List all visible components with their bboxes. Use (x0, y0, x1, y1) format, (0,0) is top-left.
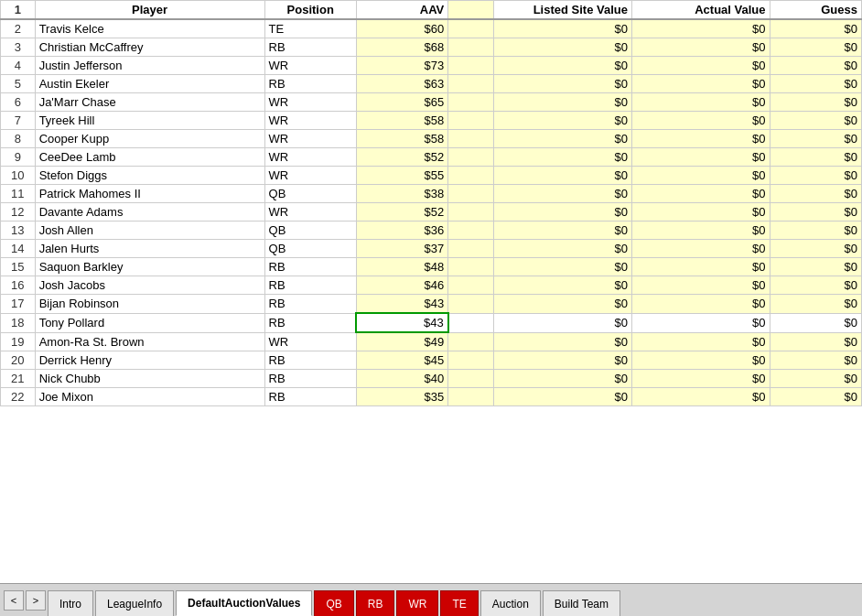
row-listed[interactable]: $0 (494, 332, 632, 351)
tab-leagueinfo[interactable]: LeagueInfo (95, 590, 174, 616)
row-aav[interactable]: $65 (356, 93, 447, 112)
table-row[interactable]: 3Christian McCaffreyRB$68$0$0$0 (1, 38, 862, 57)
row-aav[interactable]: $38 (356, 185, 447, 203)
table-row[interactable]: 13Josh AllenQB$36$0$0$0 (1, 222, 862, 240)
row-aav[interactable]: $52 (356, 203, 447, 222)
row-listed[interactable]: $0 (494, 19, 632, 38)
row-actual[interactable]: $0 (631, 19, 770, 38)
table-row[interactable]: 4Justin JeffersonWR$73$0$0$0 (1, 57, 862, 75)
row-listed[interactable]: $0 (494, 93, 632, 112)
table-row[interactable]: 19Amon-Ra St. BrownWR$49$0$0$0 (1, 332, 862, 351)
row-actual[interactable]: $0 (631, 276, 770, 295)
row-aav[interactable]: $58 (356, 112, 447, 130)
row-actual[interactable]: $0 (631, 203, 770, 222)
row-listed[interactable]: $0 (494, 148, 632, 167)
row-aav[interactable]: $46 (356, 276, 447, 295)
row-guess[interactable]: $0 (770, 185, 861, 203)
row-guess[interactable]: $0 (770, 276, 861, 295)
row-aav[interactable]: $63 (356, 75, 447, 93)
tab-wr[interactable]: WR (396, 590, 438, 616)
row-guess[interactable]: $0 (770, 295, 861, 314)
row-aav[interactable]: $58 (356, 130, 447, 148)
row-aav[interactable]: $45 (356, 351, 447, 370)
row-guess[interactable]: $0 (770, 93, 861, 112)
table-row[interactable]: 10Stefon DiggsWR$55$0$0$0 (1, 167, 862, 185)
row-listed[interactable]: $0 (494, 313, 632, 332)
row-aav[interactable]: $49 (356, 332, 447, 351)
tab-nav-prev[interactable]: < (4, 590, 24, 611)
row-listed[interactable]: $0 (494, 203, 632, 222)
table-row[interactable]: 7Tyreek HillWR$58$0$0$0 (1, 112, 862, 130)
row-guess[interactable]: $0 (770, 332, 861, 351)
row-listed[interactable]: $0 (494, 57, 632, 75)
row-actual[interactable]: $0 (631, 370, 770, 388)
table-row[interactable]: 2Travis KelceTE$60$0$0$0 (1, 19, 862, 38)
table-row[interactable]: 5Austin EkelerRB$63$0$0$0 (1, 75, 862, 93)
row-listed[interactable]: $0 (494, 130, 632, 148)
row-aav[interactable]: $40 (356, 370, 447, 388)
row-guess[interactable]: $0 (770, 203, 861, 222)
tab-qb[interactable]: QB (314, 590, 353, 616)
row-listed[interactable]: $0 (494, 351, 632, 370)
row-guess[interactable]: $0 (770, 388, 861, 406)
table-row[interactable]: 17Bijan RobinsonRB$43$0$0$0 (1, 295, 862, 314)
row-guess[interactable]: $0 (770, 19, 861, 38)
row-actual[interactable]: $0 (631, 57, 770, 75)
row-actual[interactable]: $0 (631, 388, 770, 406)
table-row[interactable]: 18Tony PollardRB$43$0$0$0 (1, 313, 862, 332)
row-actual[interactable]: $0 (631, 130, 770, 148)
table-row[interactable]: 12Davante AdamsWR$52$0$0$0 (1, 203, 862, 222)
row-listed[interactable]: $0 (494, 112, 632, 130)
row-actual[interactable]: $0 (631, 112, 770, 130)
table-row[interactable]: 9CeeDee LambWR$52$0$0$0 (1, 148, 862, 167)
row-guess[interactable]: $0 (770, 222, 861, 240)
row-guess[interactable]: $0 (770, 313, 861, 332)
row-listed[interactable]: $0 (494, 295, 632, 314)
row-aav[interactable]: $68 (356, 38, 447, 57)
row-actual[interactable]: $0 (631, 38, 770, 57)
row-actual[interactable]: $0 (631, 295, 770, 314)
table-row[interactable]: 16Josh JacobsRB$46$0$0$0 (1, 276, 862, 295)
row-actual[interactable]: $0 (631, 185, 770, 203)
tab-te[interactable]: TE (440, 590, 478, 616)
table-row[interactable]: 8Cooper KuppWR$58$0$0$0 (1, 130, 862, 148)
row-guess[interactable]: $0 (770, 75, 861, 93)
row-aav[interactable]: $60 (356, 19, 447, 38)
row-listed[interactable]: $0 (494, 276, 632, 295)
tab-intro[interactable]: Intro (48, 590, 93, 616)
row-listed[interactable]: $0 (494, 75, 632, 93)
row-guess[interactable]: $0 (770, 38, 861, 57)
table-row[interactable]: 21Nick ChubbRB$40$0$0$0 (1, 370, 862, 388)
row-guess[interactable]: $0 (770, 351, 861, 370)
row-actual[interactable]: $0 (631, 240, 770, 258)
row-actual[interactable]: $0 (631, 93, 770, 112)
row-listed[interactable]: $0 (494, 38, 632, 57)
row-actual[interactable]: $0 (631, 313, 770, 332)
row-actual[interactable]: $0 (631, 75, 770, 93)
tab-defaultauctionvalues[interactable]: DefaultAuctionValues (176, 590, 312, 616)
table-row[interactable]: 11Patrick Mahomes IIQB$38$0$0$0 (1, 185, 862, 203)
row-guess[interactable]: $0 (770, 167, 861, 185)
row-guess[interactable]: $0 (770, 240, 861, 258)
row-aav[interactable]: $43 (356, 295, 447, 314)
row-actual[interactable]: $0 (631, 258, 770, 276)
row-guess[interactable]: $0 (770, 57, 861, 75)
row-actual[interactable]: $0 (631, 222, 770, 240)
row-listed[interactable]: $0 (494, 370, 632, 388)
row-guess[interactable]: $0 (770, 370, 861, 388)
row-guess[interactable]: $0 (770, 258, 861, 276)
row-actual[interactable]: $0 (631, 332, 770, 351)
row-aav[interactable]: $36 (356, 222, 447, 240)
row-aav[interactable]: $35 (356, 388, 447, 406)
row-aav[interactable]: $52 (356, 148, 447, 167)
row-listed[interactable]: $0 (494, 167, 632, 185)
row-actual[interactable]: $0 (631, 148, 770, 167)
row-guess[interactable]: $0 (770, 148, 861, 167)
tab-auction[interactable]: Auction (480, 590, 541, 616)
table-row[interactable]: 20Derrick HenryRB$45$0$0$0 (1, 351, 862, 370)
row-aav[interactable]: $48 (356, 258, 447, 276)
row-listed[interactable]: $0 (494, 222, 632, 240)
table-row[interactable]: 22Joe MixonRB$35$0$0$0 (1, 388, 862, 406)
row-actual[interactable]: $0 (631, 167, 770, 185)
row-guess[interactable]: $0 (770, 130, 861, 148)
